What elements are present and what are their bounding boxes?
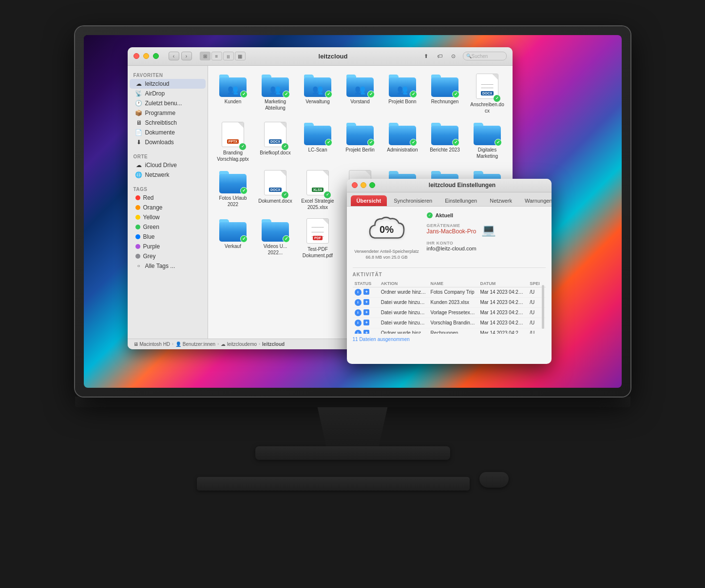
list-item[interactable]: 👥 ✓ Kunden (214, 72, 252, 116)
settings-close-button[interactable] (352, 182, 358, 188)
list-item[interactable]: 👥 ✓ Verwaltung (299, 72, 337, 116)
table-row: i + Ordner wurde hinzugefügt Rechnungen … (353, 328, 546, 334)
status-circle: i (355, 330, 362, 334)
list-item[interactable]: 👥 ✓ Projekt Bonn (383, 72, 422, 116)
imac-stand-neck (309, 407, 397, 446)
list-item[interactable]: ✓ Rechnungen (426, 72, 464, 116)
tag-all-label: Alle Tags ... (145, 263, 175, 269)
tag-grey-dot (135, 254, 140, 259)
list-item[interactable]: ─────────────── PDF Test-PDF Dokument.pd… (299, 216, 337, 261)
imac: ‹ › ⊞ ≡ ⫼ ▦ leitzcloud ⬆ 🏷 ⊙ (60, 26, 645, 562)
list-view-button[interactable]: ≡ (211, 52, 222, 60)
file-label: Anschreiben.docx (470, 101, 504, 114)
airdrop-icon: 📡 (135, 90, 142, 97)
list-item[interactable]: ✓ Videos U... 2022... (256, 216, 295, 261)
search-input[interactable]: 🔍 Suchen (463, 52, 507, 60)
icloud-icon: ☁ (135, 162, 142, 169)
list-item[interactable]: ✓ Fotos Urlaub 2022 (214, 168, 252, 212)
forward-button[interactable]: › (181, 52, 192, 60)
file-label: Digitales Marketing (470, 147, 504, 159)
network-icon: 🌐 (135, 171, 142, 178)
tag-orange-dot (135, 205, 140, 210)
sidebar-item-tag-grey[interactable]: Grey (130, 251, 206, 261)
sidebar-item-network[interactable]: 🌐 Netzwerk (130, 170, 206, 180)
status-circle: i (355, 299, 362, 306)
list-item[interactable]: XLSX ✓ Excel Strategie 2025.xlsx (299, 168, 337, 212)
file-label: Excel Strategie 2025.xlsx (301, 198, 335, 210)
table-row: i + Ordner wurde hinzugefügt Fotos Compa… (353, 287, 546, 297)
file-label: Vorstand (350, 98, 369, 105)
sidebar-item-tag-orange[interactable]: Orange (130, 203, 206, 212)
sidebar-item-all-tags[interactable]: ○ Alle Tags ... (130, 261, 206, 271)
close-button[interactable] (133, 53, 139, 59)
sidebar-item-leitzcloud[interactable]: ☁ leitzcloud (130, 79, 206, 89)
file-label: Test-PDF Dokument.pdf (301, 246, 335, 259)
list-item[interactable]: DOCX ✓ Dokument.docx (256, 168, 295, 212)
tag-orange-label: Orange (143, 204, 163, 211)
sidebar-label-airdrop: AirDrop (145, 90, 165, 97)
sidebar-label-network: Netzwerk (145, 171, 170, 178)
list-item[interactable]: ✓ LC-Scan (299, 120, 337, 164)
tag-icon[interactable]: 🏷 (435, 52, 445, 60)
file-label: Videos U... 2022... (258, 243, 292, 256)
action-icon[interactable]: ⊙ (448, 52, 459, 60)
maximize-button[interactable] (153, 53, 159, 59)
list-item[interactable]: ─────────────── DOCX ✓ Anschreiben.docx (468, 72, 507, 116)
path-segment[interactable]: ☁ leitzcloudemo (221, 341, 257, 347)
tab-synchronisieren[interactable]: Synchronisieren (388, 195, 438, 206)
status-circle: i (355, 289, 362, 296)
sidebar-item-recent[interactable]: 🕐 Zuletzt benu... (130, 98, 206, 108)
tab-ubersicht[interactable]: Übersicht (351, 195, 387, 206)
list-item[interactable]: ✓ Administration (383, 120, 422, 164)
list-item[interactable]: ✓ Projekt Berlin (341, 120, 380, 164)
list-item[interactable]: DOCX ✓ Briefkopf.docx (256, 120, 295, 164)
row-status: i + (353, 297, 379, 307)
col-status: STATUS (353, 280, 379, 287)
status-text: Aktuell (436, 212, 454, 218)
list-item[interactable]: ✓ Verkauf (214, 216, 252, 261)
path-segment[interactable]: 👤 Benutzer:innen (175, 341, 215, 347)
tag-grey-label: Grey (143, 253, 156, 260)
list-item[interactable]: 👥 ✓ Vorstand (341, 72, 380, 116)
list-item[interactable]: PPTX ✓ Branding Vorschlag.pptx (214, 120, 252, 164)
table-row: i + Datei wurde hinzugefügt Vorschlag Br… (353, 318, 546, 328)
column-view-button[interactable]: ⫼ (223, 52, 234, 60)
sidebar-label-downloads: Downloads (145, 139, 174, 146)
sidebar-item-desktop[interactable]: 🖥 Schreibtisch (130, 118, 206, 128)
sidebar-item-tag-red[interactable]: Red (130, 193, 206, 203)
list-item[interactable]: 👥 ✓ Marketing Abteilung (256, 72, 295, 116)
settings-minimize-button[interactable] (361, 182, 366, 188)
activity-footer[interactable]: 11 Dateien ausgenommen (353, 337, 546, 342)
tab-einstellungen[interactable]: Einstellungen (439, 195, 483, 206)
sidebar-item-icloud[interactable]: ☁ iCloud Drive (130, 160, 206, 170)
list-item[interactable]: ✓ Digitales Marketing (468, 120, 507, 164)
cloud-container: 0% (365, 212, 409, 247)
list-item[interactable]: ✓ Berichte 2023 (426, 120, 464, 164)
settings-scrollbar[interactable] (542, 285, 544, 329)
sidebar-item-documents[interactable]: 📄 Dokumente (130, 128, 206, 137)
status-section: ✓ Aktuell GERÄTENAME Jans-MacBook-Pro 💻 (427, 212, 546, 261)
sidebar-item-tag-yellow[interactable]: Yellow (130, 212, 206, 222)
sidebar-item-tag-green[interactable]: Green (130, 222, 206, 232)
minimize-button[interactable] (143, 53, 149, 59)
tab-netzwerk[interactable]: Netzwerk (484, 195, 518, 206)
back-button[interactable]: ‹ (169, 52, 179, 60)
tag-purple-dot (135, 244, 140, 249)
sidebar-item-downloads[interactable]: ⬇ Downloads (130, 137, 206, 147)
sidebar-item-tag-blue[interactable]: Blue (130, 232, 206, 242)
settings-maximize-button[interactable] (369, 182, 375, 188)
share-icon[interactable]: ⬆ (421, 52, 432, 60)
device-section: GERÄTENAME Jans-MacBook-Pro 💻 (427, 223, 546, 237)
sidebar-label-documents: Dokumente (145, 129, 175, 136)
grid-view-button[interactable]: ⊞ (200, 52, 210, 60)
path-segment[interactable]: 🖥 Macintosh HD (133, 341, 171, 347)
row-name: Fotos Company Trip (429, 287, 478, 297)
gallery-view-button[interactable]: ▦ (235, 52, 246, 60)
row-size: /U (528, 328, 545, 334)
tab-warnungen[interactable]: Warnungen (519, 195, 551, 206)
path-segment[interactable]: leitzcloud (262, 341, 285, 347)
sidebar-item-tag-purple[interactable]: Purple (130, 242, 206, 251)
sidebar-item-airdrop[interactable]: 📡 AirDrop (130, 89, 206, 98)
sidebar-item-apps[interactable]: 📦 Programme (130, 108, 206, 118)
file-label: Dokument.docx (258, 198, 292, 204)
